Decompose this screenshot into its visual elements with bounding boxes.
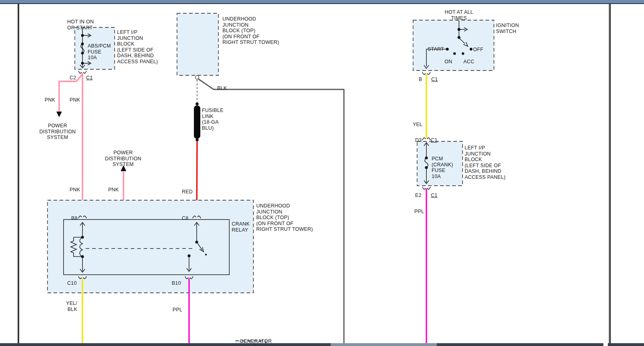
on-contact xyxy=(453,52,456,55)
power-distribution-left: POWER DISTRIBUTION SYSTEM xyxy=(34,123,81,141)
pin-b10: B10 xyxy=(172,280,181,286)
pin-c1-d3: C1 xyxy=(431,137,437,143)
pnk-wires xyxy=(56,73,126,216)
underhood-block-label-top: UNDERHOOD JUNCTION BLOCK (TOP) (ON FRONT… xyxy=(222,16,279,46)
left-ip-block-label-right: LEFT I/P JUNCTION BLOCK (LEFT SIDE OF DA… xyxy=(465,145,506,180)
pin-e2: E2 xyxy=(415,193,422,199)
right-border-shadow xyxy=(609,4,609,344)
crank-relay-outline xyxy=(64,220,229,275)
crank-relay-label: CRANK RELAY xyxy=(232,221,250,233)
feed-label-hot-at-all-times: HOT AT ALL TIMES xyxy=(435,9,483,21)
wire-label-pnk-1: PNK xyxy=(45,97,55,103)
wire-label-pnk-3: PNK xyxy=(70,187,80,193)
power-distribution-mid: POWER DISTRIBUTION SYSTEM xyxy=(99,150,147,168)
underhood-block-label-relay: UNDERHOOD JUNCTION BLOCK (TOP) (ON FRONT… xyxy=(256,203,313,232)
right-border-line xyxy=(609,4,611,344)
pin-c1-top: C1 xyxy=(86,75,93,81)
horizontal-scrollbar-right-segment[interactable] xyxy=(608,343,644,346)
ring-terminal-symbol xyxy=(195,76,199,79)
diagram-canvas: HOT IN ON OR START ABS/PCM FUSE 10A LEFT… xyxy=(0,4,644,344)
position-off: OFF xyxy=(473,47,484,53)
pin-c1-ignition: C1 xyxy=(431,77,438,83)
scrollbar-seam xyxy=(254,343,255,346)
off-contact xyxy=(470,48,473,51)
wire-label-yel-blk: YEL/ BLK xyxy=(64,300,77,312)
pin-b: B xyxy=(419,77,422,83)
window-top-bar xyxy=(0,0,644,4)
wire-label-yel: YEL xyxy=(413,122,422,128)
wire-label-ppl-right: PPL xyxy=(414,209,424,215)
feed-label-hot-in-on: HOT IN ON OR START xyxy=(67,19,94,31)
wire-label-pnk-2: PNK xyxy=(70,97,80,103)
left-ip-block-label: LEFT I/P JUNCTION BLOCK (LEFT SIDE OF DA… xyxy=(117,29,158,64)
start-contact xyxy=(446,48,449,50)
scrollbar-thumb[interactable] xyxy=(331,343,437,346)
fusible-link-label: FUSIBLE LINK (18-GA BLU) xyxy=(202,108,224,131)
left-border-line xyxy=(18,4,19,344)
left-border-shadow xyxy=(19,4,20,344)
pin-c8: C8 xyxy=(182,215,188,222)
crank-relay-block xyxy=(47,200,253,293)
wire-label-pnk-4: PNK xyxy=(108,187,119,193)
horizontal-scrollbar[interactable] xyxy=(0,343,603,346)
wire-label-blk: BLK xyxy=(217,85,227,91)
acc-contact xyxy=(462,52,464,55)
position-acc: ACC xyxy=(463,59,474,65)
position-on: ON xyxy=(444,59,452,65)
wire-label-red: RED xyxy=(182,189,193,195)
fusible-link xyxy=(194,102,200,141)
abs-pcm-fuse-label: ABS/PCM FUSE 10A xyxy=(88,43,111,61)
wiring-diagram-window: HOT IN ON OR START ABS/PCM FUSE 10A LEFT… xyxy=(0,0,644,346)
arrow-down-icon xyxy=(56,112,62,117)
position-start: START xyxy=(428,46,444,52)
pcm-crank-fuse-label: PCM (CRANK) FUSE 10A xyxy=(432,156,453,179)
pin-c10: C10 xyxy=(67,280,77,286)
pin-b8: B8 xyxy=(71,215,78,222)
pin-d3: D3 xyxy=(415,137,422,143)
pin-c1-e2: C1 xyxy=(431,193,437,199)
pin-c2: C2 xyxy=(70,75,76,81)
wire-label-ppl-left: PPL xyxy=(173,307,182,313)
ignition-switch-label: IGNITION SWITCH xyxy=(496,23,519,34)
